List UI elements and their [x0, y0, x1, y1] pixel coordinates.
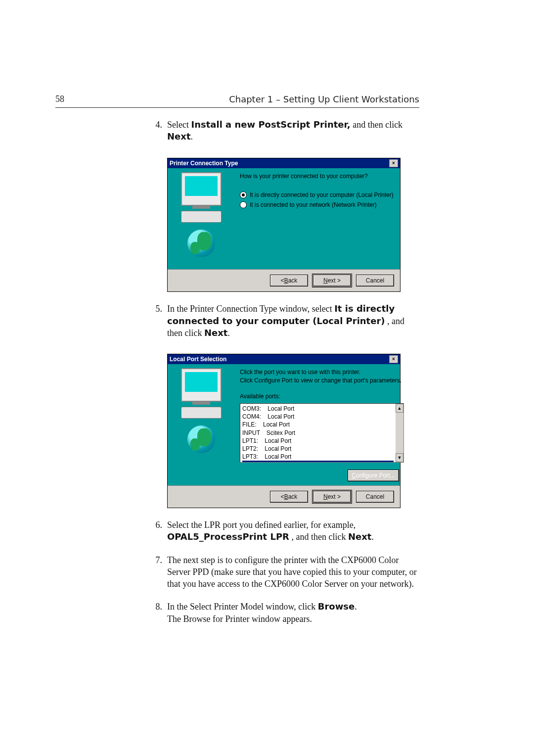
scroll-down-icon[interactable]: ▼: [396, 453, 403, 462]
dialog2-title: Local Port Selection: [170, 355, 226, 363]
wizard-art: [172, 172, 231, 266]
available-ports-listbox[interactable]: COM3: Local Port COM4: Local Port FILE: …: [240, 403, 404, 463]
close-icon[interactable]: ×: [389, 159, 398, 167]
step-number: 6.: [148, 519, 167, 543]
step-number: 4.: [148, 119, 167, 143]
dialog2-line2: Click Configure Port to view or change t…: [240, 377, 404, 384]
step-5-text: In the Printer Connection Type window, s…: [167, 303, 419, 339]
globe-icon: [187, 425, 215, 453]
step-6-text: Select the LPR port you defined earlier,…: [167, 519, 419, 543]
header-rule: [55, 107, 419, 108]
radio-icon[interactable]: [240, 201, 247, 208]
back-button[interactable]: < Back: [270, 491, 308, 503]
step-number: 5.: [148, 303, 167, 339]
radio-network-printer[interactable]: It is connected to your network (Network…: [240, 201, 396, 209]
wizard-art: [172, 368, 231, 481]
globe-icon: [187, 230, 215, 257]
dialog1-question: How is your printer connected to your co…: [240, 172, 396, 180]
port-item-selected[interactable]: OPAL4:OPAL4_PROCESSPRINT: [242, 461, 394, 463]
close-icon[interactable]: ×: [389, 355, 398, 363]
cancel-button[interactable]: Cancel: [356, 491, 394, 503]
page-number: 58: [55, 94, 75, 104]
available-ports-label: Available ports:: [240, 392, 404, 400]
dialog-printer-connection-type: Printer Connection Type ×: [167, 158, 400, 292]
dialog-local-port-selection: Local Port Selection ×: [167, 354, 400, 508]
step-number: 7.: [148, 554, 167, 590]
dialog1-title: Printer Connection Type: [170, 159, 238, 167]
step-8-text: In the Select Printer Model window, clic…: [167, 601, 419, 625]
step-number: 8.: [148, 601, 167, 625]
cancel-button[interactable]: Cancel: [356, 275, 394, 286]
radio-icon[interactable]: [240, 191, 247, 198]
scroll-up-icon[interactable]: ▲: [396, 404, 403, 413]
configure-port-button[interactable]: Configure Port...: [348, 470, 399, 481]
scrollbar[interactable]: ▲ ▼: [396, 404, 403, 462]
back-button[interactable]: < Back: [270, 275, 308, 286]
chapter-header: Chapter 1 – Setting Up Client Workstatio…: [229, 94, 419, 104]
next-button[interactable]: Next >: [313, 491, 351, 503]
next-button[interactable]: Next >: [313, 275, 351, 286]
dialog2-line1: Click the port you want to use with this…: [240, 368, 404, 376]
step-7-text: The next step is to configure the printe…: [167, 554, 419, 590]
radio-local-printer[interactable]: It is directly connected to your compute…: [240, 191, 396, 199]
step-4-text: Select Install a new PostScript Printer,…: [167, 119, 419, 143]
